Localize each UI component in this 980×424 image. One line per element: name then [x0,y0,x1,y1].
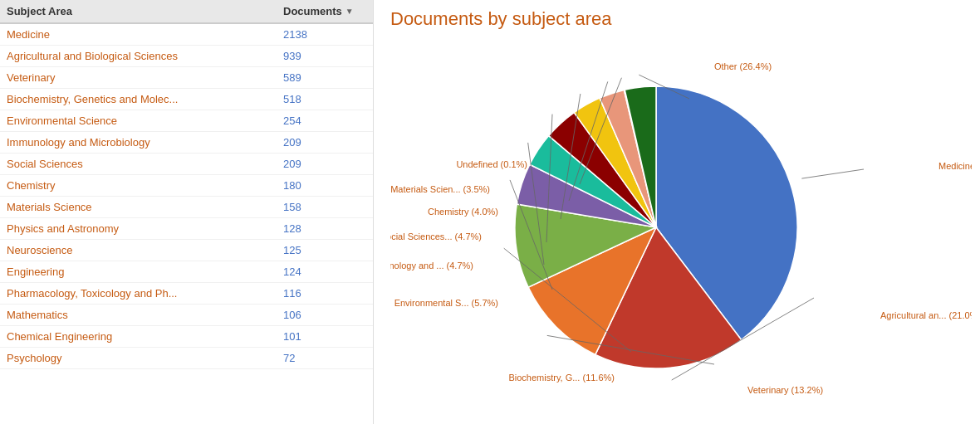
table-row[interactable]: Physics and Astronomy 128 [0,218,373,240]
pie-label: Medicine (47.9%) [938,161,972,171]
table-row[interactable]: Chemical Engineering 101 [0,326,373,348]
table-row[interactable]: Materials Science 158 [0,197,373,218]
subject-area-header: Subject Area [7,5,283,17]
subject-cell[interactable]: Pharmacology, Toxicology and Ph... [7,287,283,300]
docs-cell: 101 [283,330,366,343]
subject-cell[interactable]: Environmental Science [7,115,283,127]
table-row[interactable]: Agricultural and Biological Sciences 939 [0,46,373,67]
docs-cell: 116 [283,287,366,300]
subject-cell[interactable]: Veterinary [7,71,283,84]
table-row[interactable]: Neuroscience 125 [0,240,373,261]
table-row[interactable]: Chemistry 180 [0,175,373,197]
pie-label: Undefined (0.1%) [456,159,527,169]
docs-cell: 106 [283,309,366,321]
docs-cell: 72 [283,352,366,364]
docs-cell: 124 [283,266,366,278]
chart-panel: Documents by subject area Medicine (47.9… [374,0,980,424]
pie-label: Other (26.4%) [714,61,772,71]
subject-cell[interactable]: Biochemistry, Genetics and Molec... [7,93,283,105]
pie-label: Immunology and ... (4.7%) [390,261,473,270]
pie-label: Materials Scien... (3.5%) [390,184,490,194]
pie-label: Veterinary (13.2%) [747,385,823,395]
docs-cell: 2138 [283,28,366,41]
subject-cell[interactable]: Social Sciences [7,158,283,170]
chart-area: Medicine (47.9%)Agricultural an... (21.0… [390,38,972,416]
table-row[interactable]: Engineering 124 [0,261,373,283]
subject-cell[interactable]: Engineering [7,266,283,278]
table-row[interactable]: Medicine 2138 [0,24,373,46]
subject-cell[interactable]: Immunology and Microbiology [7,136,283,149]
pie-label: Environmental S... (5.7%) [394,298,498,308]
subject-table-panel: Subject Area Documents ▼ Medicine 2138 A… [0,0,374,424]
subject-cell[interactable]: Medicine [7,28,283,41]
pie-label: Agricultural an... (21.0%) [880,310,972,320]
table-row[interactable]: Psychology 72 [0,348,373,369]
table-row[interactable]: Pharmacology, Toxicology and Ph... 116 [0,283,373,305]
subject-cell[interactable]: Mathematics [7,309,283,321]
chart-title: Documents by subject area [390,8,972,30]
docs-cell: 180 [283,179,366,192]
pie-label: Biochemistry, G... (11.6%) [508,373,615,383]
table-row[interactable]: Mathematics 106 [0,305,373,326]
pie-label: Chemistry (4.0%) [428,207,498,217]
subject-cell[interactable]: Materials Science [7,201,283,213]
label-line [801,169,864,178]
pie-label: Social Sciences... (4.7%) [390,231,482,241]
table-row[interactable]: Veterinary 589 [0,67,373,89]
docs-cell: 158 [283,201,366,213]
table-body: Medicine 2138 Agricultural and Biologica… [0,24,373,424]
subject-cell[interactable]: Neuroscience [7,244,283,256]
docs-cell: 518 [283,93,366,105]
docs-cell: 939 [283,50,366,62]
docs-cell: 209 [283,158,366,170]
table-row[interactable]: Social Sciences 209 [0,154,373,175]
docs-cell: 128 [283,222,366,235]
table-row[interactable]: Environmental Science 254 [0,110,373,132]
subject-cell[interactable]: Agricultural and Biological Sciences [7,50,283,62]
subject-cell[interactable]: Psychology [7,352,283,364]
subject-cell[interactable]: Chemistry [7,179,283,192]
docs-cell: 209 [283,136,366,149]
table-header: Subject Area Documents ▼ [0,0,373,24]
docs-cell: 254 [283,115,366,127]
table-row[interactable]: Biochemistry, Genetics and Molec... 518 [0,89,373,110]
subject-cell[interactable]: Physics and Astronomy [7,222,283,235]
docs-cell: 589 [283,71,366,84]
sort-icon[interactable]: ▼ [345,7,354,16]
subject-cell[interactable]: Chemical Engineering [7,330,283,343]
documents-header: Documents ▼ [283,5,366,17]
docs-cell: 125 [283,244,366,256]
table-row[interactable]: Immunology and Microbiology 209 [0,132,373,154]
